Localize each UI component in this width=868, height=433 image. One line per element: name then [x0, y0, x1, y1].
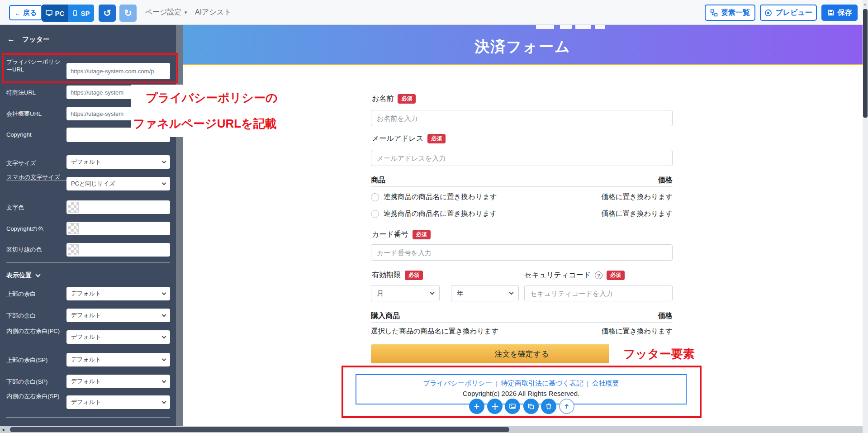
- purchase-header-row: 購入商品 価格: [371, 311, 673, 321]
- header-underline: [371, 186, 673, 187]
- clipped-heading-fragment: [575, 25, 591, 29]
- background-image-button[interactable]: [505, 399, 520, 414]
- card-number-input[interactable]: [371, 244, 673, 261]
- link-separator: |: [587, 380, 588, 387]
- save-button[interactable]: 保存: [821, 5, 858, 21]
- required-badge: 必須: [607, 271, 625, 280]
- delete-element-button[interactable]: [541, 399, 556, 414]
- margin-bottom-sp-select[interactable]: デフォルト: [66, 375, 170, 388]
- cvc-label-text: セキュリティコード: [524, 271, 591, 280]
- vertical-scrollbar[interactable]: ▲: [863, 0, 868, 433]
- product-radio[interactable]: [371, 193, 379, 201]
- text-color-label: 文字色: [6, 204, 65, 211]
- expiry-year-value: 年: [457, 289, 464, 298]
- padding-sp-label: 内側の左右余白(SP): [6, 392, 65, 400]
- panel-back-icon[interactable]: ←: [7, 35, 15, 44]
- panel-title: フッター: [22, 35, 50, 44]
- product-option-label: 連携商品の商品名に置き換わります: [384, 209, 497, 219]
- page-settings-menu[interactable]: ページ設定 ▾: [145, 8, 187, 17]
- padding-sp-select[interactable]: デフォルト: [66, 395, 170, 409]
- horizontal-scrollbar[interactable]: ◂: [0, 426, 868, 433]
- expiry-year-select[interactable]: 年: [451, 285, 519, 301]
- footer-copyright-text: Copyright(c) 2026 All Rights Reserved.: [356, 390, 686, 397]
- eye-icon: [764, 9, 772, 17]
- footer-link-privacy[interactable]: プライバシーポリシー: [423, 379, 492, 388]
- display-position-label: 表示位置: [6, 271, 32, 280]
- duplicate-element-button[interactable]: [523, 399, 539, 414]
- company-url-label: 会社概要URL: [6, 110, 65, 118]
- purchase-summary-row: 選択した商品の商品名に置き換わります 価格に置き換わります: [371, 327, 673, 336]
- header-underline: [371, 322, 673, 323]
- preview-label: プレビュー: [775, 8, 812, 18]
- font-size-select[interactable]: デフォルト: [66, 155, 170, 169]
- page-settings-label: ページ設定: [145, 8, 182, 17]
- product-header-row: 商品 価格: [371, 176, 673, 185]
- cvc-input[interactable]: [524, 285, 673, 301]
- device-sp-button[interactable]: SP: [68, 5, 94, 22]
- sidebar-divider: [6, 417, 170, 418]
- margin-bottom-select[interactable]: デフォルト: [66, 309, 170, 322]
- trash-icon: [545, 403, 552, 410]
- product-price-text: 価格に置き換わります: [602, 209, 673, 219]
- name-label-text: お名前: [372, 94, 394, 104]
- payment-form-header-banner[interactable]: 決済フォーム: [183, 25, 863, 65]
- scroll-to-top-button[interactable]: [559, 399, 574, 414]
- copy-icon: [527, 403, 535, 410]
- banner-title: 決済フォーム: [474, 37, 570, 57]
- expiry-month-select[interactable]: 月: [371, 285, 440, 301]
- privacy-annotation-line2: ファネルページURLを記載: [133, 116, 277, 132]
- padding-pc-select[interactable]: デフォルト: [66, 330, 170, 344]
- device-pc-button[interactable]: PC: [42, 5, 68, 22]
- padding-pc-label: 内側の左右余白(PC): [6, 327, 65, 335]
- scrollbar-up-arrow[interactable]: ▲: [863, 2, 867, 6]
- help-icon[interactable]: ?: [595, 271, 602, 279]
- margin-top-value: デフォルト: [71, 290, 101, 298]
- padding-sp-value: デフォルト: [71, 398, 101, 406]
- product-radio[interactable]: [371, 210, 379, 218]
- sp-font-size-select[interactable]: PCと同じサイズ: [66, 177, 170, 190]
- margin-bottom-label: 下部の余白: [6, 312, 65, 319]
- divider-color-picker[interactable]: [66, 243, 170, 257]
- chevron-down-icon: [162, 313, 166, 317]
- required-badge: 必須: [398, 94, 416, 103]
- confirm-order-label: 注文を確定する: [494, 349, 549, 359]
- price-header: 価格: [658, 311, 673, 321]
- display-position-section-toggle[interactable]: 表示位置: [6, 271, 40, 280]
- copyright-color-picker[interactable]: [66, 222, 170, 235]
- chevron-down-icon: [162, 181, 166, 186]
- footer-element[interactable]: プライバシーポリシー | 特定商取引法に基づく表記 | 会社概要 Copyrig…: [356, 374, 687, 404]
- footer-links-row: プライバシーポリシー | 特定商取引法に基づく表記 | 会社概要: [356, 379, 686, 388]
- footer-link-tokusho[interactable]: 特定商取引法に基づく表記: [501, 379, 583, 388]
- margin-top-sp-select[interactable]: デフォルト: [66, 353, 170, 366]
- padding-pc-value: デフォルト: [71, 333, 101, 341]
- margin-top-select[interactable]: デフォルト: [66, 287, 170, 300]
- back-button[interactable]: ← 戻る: [9, 5, 42, 20]
- chevron-down-icon: [162, 159, 166, 164]
- text-color-picker[interactable]: [66, 200, 170, 214]
- scrollbar-left-arrow[interactable]: ◂: [2, 427, 5, 433]
- vertical-scrollbar-thumb[interactable]: [863, 9, 868, 118]
- font-size-value: デフォルト: [71, 158, 101, 166]
- ai-assist-menu[interactable]: AIアシスト: [195, 8, 232, 17]
- footer-link-company[interactable]: 会社概要: [592, 379, 619, 388]
- device-pc-label: PC: [55, 10, 65, 17]
- expiry-month-value: 月: [377, 289, 384, 298]
- redo-button[interactable]: ↻: [119, 5, 137, 22]
- transparent-swatch: [68, 244, 79, 255]
- move-icon: [491, 403, 499, 410]
- name-field-label: お名前 必須: [372, 94, 416, 104]
- privacy-url-label: プライバシーポリシーURL: [6, 58, 65, 73]
- product-price-text: 価格に置き換わります: [602, 192, 673, 202]
- undo-button[interactable]: ↺: [99, 5, 116, 22]
- name-input[interactable]: [371, 110, 673, 126]
- move-element-button[interactable]: [487, 399, 503, 414]
- sidebar-divider: [6, 262, 170, 263]
- privacy-url-input[interactable]: [66, 63, 170, 79]
- email-input[interactable]: [371, 150, 673, 166]
- plus-icon: [473, 403, 480, 410]
- preview-button[interactable]: プレビュー: [760, 5, 817, 21]
- add-element-button[interactable]: [469, 399, 484, 414]
- elements-list-button[interactable]: 要素一覧: [705, 5, 755, 21]
- horizontal-scrollbar-thumb[interactable]: [10, 427, 509, 432]
- privacy-annotation-line1: プライバシーポリシーの: [146, 90, 277, 106]
